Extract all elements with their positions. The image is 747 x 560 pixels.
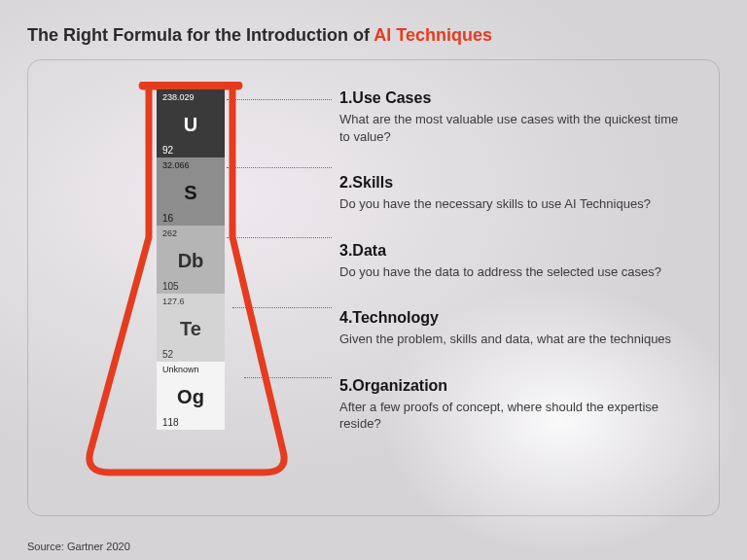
leader-line [227, 237, 332, 238]
item-body: Do you have the necessary skills to use … [339, 195, 690, 213]
element-tile-4: 127.6 Te 52 [157, 294, 225, 362]
title-prefix: The Right Formula for the Introduction o… [27, 25, 374, 45]
leader-line [232, 307, 332, 308]
item-data: 3.Data Do you have the data to address t… [339, 242, 690, 281]
item-heading: 2.Skills [339, 174, 690, 192]
item-body: Given the problem, skills and data, what… [339, 331, 690, 348]
element-tile-5: Unknown Og 118 [157, 362, 225, 430]
element-symbol: Og [162, 387, 219, 406]
element-symbol: S [162, 183, 219, 202]
element-symbol: Te [162, 319, 219, 338]
element-tile-2: 32.066 S 16 [157, 158, 225, 226]
leader-line [244, 377, 332, 378]
element-mass: 262 [162, 229, 219, 238]
item-skills: 2.Skills Do you have the necessary skill… [339, 174, 690, 213]
item-heading: 1.Use Cases [339, 89, 690, 107]
title-highlight: AI Techniques [374, 25, 492, 45]
element-atomic: 92 [162, 146, 219, 156]
source-text: Source: Gartner 2020 [27, 541, 130, 552]
element-stack: 238.029 U 92 32.066 S 16 262 Db 105 127.… [157, 89, 225, 430]
element-atomic: 118 [162, 418, 219, 428]
item-heading: 5.Organization [339, 377, 690, 395]
item-list: 1.Use Cases What are the most valuable u… [339, 89, 690, 433]
element-tile-3: 262 Db 105 [157, 226, 225, 294]
item-body: What are the most valuable use cases wit… [339, 111, 690, 145]
item-heading: 4.Technology [339, 309, 690, 327]
page-title: The Right Formula for the Introduction o… [27, 25, 720, 46]
element-mass: 127.6 [162, 298, 219, 306]
content-panel: 238.029 U 92 32.066 S 16 262 Db 105 127.… [27, 59, 720, 516]
item-body: Do you have the data to address the sele… [339, 263, 690, 281]
element-atomic: 105 [162, 282, 219, 292]
element-symbol: U [162, 115, 219, 134]
element-atomic: 16 [162, 214, 219, 224]
flask-diagram: 238.029 U 92 32.066 S 16 262 Db 105 127.… [79, 82, 293, 480]
element-tile-1: 238.029 U 92 [157, 89, 225, 158]
leader-line [227, 99, 332, 100]
leader-line [227, 167, 332, 168]
item-use-cases: 1.Use Cases What are the most valuable u… [339, 89, 690, 145]
item-technology: 4.Technology Given the problem, skills a… [339, 309, 690, 348]
element-mass: 238.029 [162, 93, 219, 102]
element-mass: 32.066 [162, 161, 219, 170]
element-symbol: Db [162, 251, 219, 270]
item-body: After a few proofs of concept, where sho… [339, 399, 690, 433]
item-heading: 3.Data [339, 242, 690, 260]
element-mass: Unknown [162, 366, 219, 374]
element-atomic: 52 [162, 350, 219, 360]
item-organization: 5.Organization After a few proofs of con… [339, 377, 690, 433]
